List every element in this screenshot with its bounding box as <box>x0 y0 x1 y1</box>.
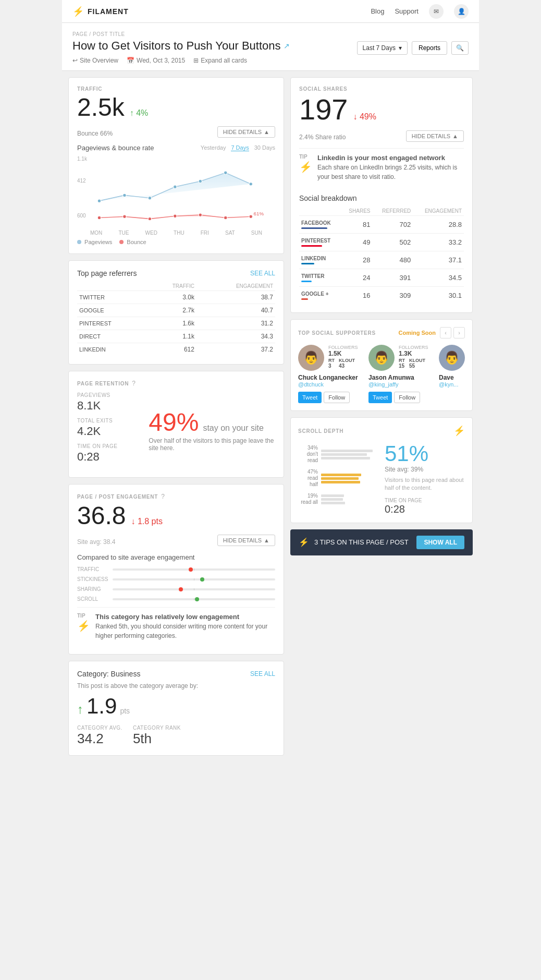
svg-point-2 <box>123 193 126 197</box>
scroll-bar-highlight <box>321 477 359 480</box>
tips-text: 3 TIPS ON THIS PAGE / POST <box>314 538 409 546</box>
y-label-bot: 600 <box>77 213 86 219</box>
follow-button-1[interactable]: Follow <box>324 392 350 403</box>
date-range-selector[interactable]: Last 7 Days ▾ <box>357 41 408 55</box>
exits-stat: TOTAL EXITS 4.2K <box>77 418 140 438</box>
engagement-val: 33.2 <box>413 234 464 251</box>
time-on-page-stat: TIME ON PAGE 0:28 <box>77 443 140 464</box>
follow-button-2[interactable]: Follow <box>394 392 420 403</box>
reports-button[interactable]: Reports <box>412 41 447 55</box>
platform-cell: FACEBOOK <box>299 216 341 234</box>
table-row: GOOGLE 2.7k 40.7 <box>77 304 275 317</box>
col-platform <box>299 207 341 216</box>
referred-val: 502 <box>372 234 413 251</box>
y-label-top: 1.1k <box>77 156 87 162</box>
category-pts: pts <box>120 707 130 715</box>
referred-val: 702 <box>372 216 413 234</box>
stay-text: stay on your site <box>203 424 264 433</box>
supporters-grid: 👨 FOLLOWERS 1.5K RT3 KLOUT43 Chuck Longa… <box>298 345 465 403</box>
bar-midline <box>194 598 194 600</box>
supporter-actions-1: Tweet Follow <box>298 392 364 403</box>
engagement-hide-details[interactable]: HIDE DETAILS ▲ <box>217 535 275 546</box>
hide-details-button[interactable]: HIDE DETAILS ▲ <box>217 126 275 138</box>
engagement-val: 37.1 <box>413 251 464 269</box>
tweet-button-1[interactable]: Tweet <box>298 392 322 403</box>
next-arrow[interactable]: › <box>453 327 465 338</box>
tab-yesterday[interactable]: Yesterday <box>201 144 226 151</box>
blog-link[interactable]: Blog <box>371 7 384 15</box>
tip-social-text: Each share on LinkedIn brings 2.25 visit… <box>317 163 464 182</box>
rt-klout-row: RT3 KLOUT43 <box>328 357 358 369</box>
tab-7days[interactable]: 7 Days <box>231 144 249 151</box>
scroll-sec-label-2: 47% read half <box>298 469 318 488</box>
site-overview-link[interactable]: ↩ Site Overview <box>72 57 118 64</box>
scroll-header: SCROLL DEPTH ⚡ <box>298 425 465 437</box>
referrers-see-all[interactable]: SEE ALL <box>250 270 275 277</box>
scroll-time-label: TIME ON PAGE <box>385 498 465 503</box>
page-title-group: How to Get Visitors to Push Your Buttons… <box>72 39 290 64</box>
top-navigation: ⚡ FILAMENT Blog Support ✉ 👤 <box>62 0 479 23</box>
x-label-thu: THU <box>174 230 185 236</box>
platform-cell: PINTEREST <box>299 234 341 251</box>
chart-legend: Pageviews Bounce <box>77 239 275 245</box>
scroll-icon: ⚡ <box>453 425 465 437</box>
tab-30days[interactable]: 30 Days <box>254 144 275 151</box>
category-see-all[interactable]: SEE ALL <box>250 670 275 677</box>
engagement-footer: Site avg: 38.4 HIDE DETAILS ▲ <box>77 535 275 546</box>
svg-point-13 <box>199 213 202 216</box>
compare-dot <box>189 567 193 572</box>
bounce-dot <box>119 240 124 244</box>
tip-content: This category has relatively low engagem… <box>95 613 275 640</box>
gp-bar <box>301 298 308 300</box>
svg-point-9 <box>97 216 101 219</box>
support-link[interactable]: Support <box>395 7 419 15</box>
page-title-row: How to Get Visitors to Push Your Buttons… <box>72 39 469 64</box>
svg-point-4 <box>174 185 177 188</box>
supporter-stats-1: FOLLOWERS 1.5K RT3 KLOUT43 <box>328 345 358 369</box>
scroll-bar <box>321 450 373 452</box>
prev-arrow[interactable]: ‹ <box>440 327 451 338</box>
ref-traffic: 2.7k <box>146 304 196 317</box>
supporters-card: TOP SOCIAL SUPPORTERS Coming Soon ‹ › 👨 … <box>290 319 473 411</box>
scroll-desc: Visitors to this page read about half of… <box>385 476 465 492</box>
show-all-button[interactable]: SHOW ALL <box>416 536 464 549</box>
category-header: Category: Business SEE ALL <box>77 670 275 678</box>
mail-icon[interactable]: ✉ <box>429 4 444 19</box>
chart-tabs[interactable]: Yesterday 7 Days 30 Days <box>201 144 275 151</box>
supporter-name-3: Dave <box>439 374 465 381</box>
col-source <box>77 282 146 291</box>
ref-name: DIRECT <box>77 330 146 343</box>
compare-dot <box>200 577 204 582</box>
table-row: LINKEDIN 28 480 37.1 <box>299 251 464 269</box>
share-ratio: 2.4% Share ratio <box>299 134 346 141</box>
tweet-button-2[interactable]: Tweet <box>368 392 392 403</box>
referred-val: 309 <box>372 287 413 305</box>
social-hide-details[interactable]: HIDE DETAILS ▲ <box>406 130 464 142</box>
scroll-sec-label-3: 19% read all <box>298 493 318 505</box>
search-button[interactable]: 🔍 <box>451 41 469 55</box>
referred-val: 391 <box>372 269 413 287</box>
ref-engagement: 34.3 <box>196 330 275 343</box>
lightning-tip-icon: ⚡ <box>77 620 90 632</box>
arrow-up-icon: ↑ <box>130 108 134 117</box>
bar-midline <box>194 588 194 590</box>
table-row: LINKEDIN 612 37.2 <box>77 343 275 356</box>
user-icon[interactable]: 👤 <box>454 4 469 19</box>
tips-left: ⚡ 3 TIPS ON THIS PAGE / POST <box>299 537 409 547</box>
engagement-help-icon[interactable]: ? <box>161 493 165 500</box>
external-link-icon[interactable]: ↗ <box>284 42 290 50</box>
engagement-val: 34.5 <box>413 269 464 287</box>
supporter-stats-2: FOLLOWERS 1.3K RT15 KLOUT55 <box>399 345 428 369</box>
scroll-depth-card: SCROLL DEPTH ⚡ 34% don't read <box>290 417 473 523</box>
expand-all-link[interactable]: ⊞ Expand all cards <box>193 57 247 64</box>
sub-nav: ↩ Site Overview 📅 Wed, Oct 3, 2015 ⊞ Exp… <box>72 57 290 64</box>
scroll-sec-bars-2 <box>321 474 378 483</box>
scroll-avg: Site avg: 39% <box>385 466 465 473</box>
retention-help-icon[interactable]: ? <box>132 380 136 387</box>
tip-icon-left: TIP ⚡ <box>77 613 90 632</box>
scroll-right: 51% Site avg: 39% Visitors to this page … <box>385 443 465 515</box>
page-header: PAGE / POST TITLE How to Get Visitors to… <box>62 23 479 71</box>
retention-label: PAGE RETENTION <box>77 381 129 386</box>
x-label-mon: MON <box>90 230 102 236</box>
col-shares: SHARES <box>341 207 373 216</box>
